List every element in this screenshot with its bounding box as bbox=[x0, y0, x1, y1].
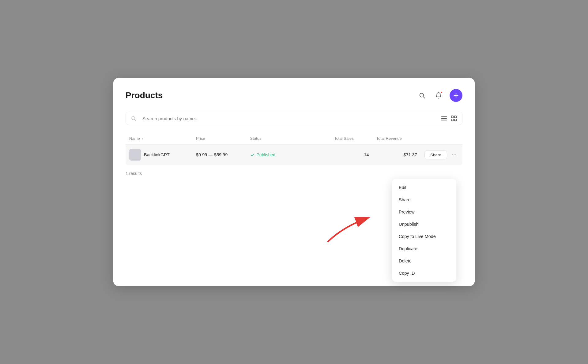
menu-item-copy-live[interactable]: Copy to Live Mode bbox=[392, 230, 456, 243]
menu-item-share[interactable]: Share bbox=[392, 194, 456, 206]
svg-point-15 bbox=[455, 154, 456, 155]
products-modal: Products bbox=[113, 78, 475, 286]
annotation-arrow bbox=[318, 208, 380, 246]
search-icon bbox=[131, 116, 136, 121]
table-row: BacklinkGPT $9.99 — $59.99 Published 14 … bbox=[126, 145, 462, 165]
menu-item-duplicate[interactable]: Duplicate bbox=[392, 243, 456, 255]
product-status-cell: Published bbox=[247, 145, 331, 165]
more-options-button[interactable] bbox=[450, 151, 459, 159]
svg-line-5 bbox=[135, 120, 136, 121]
sort-arrow: ↑ bbox=[142, 137, 144, 140]
svg-point-13 bbox=[452, 154, 453, 155]
menu-item-preview[interactable]: Preview bbox=[392, 206, 456, 218]
svg-rect-10 bbox=[454, 116, 456, 118]
menu-item-delete[interactable]: Delete bbox=[392, 255, 456, 267]
col-revenue: Total Revenue bbox=[373, 134, 421, 145]
col-sales: Total Sales bbox=[330, 134, 372, 145]
product-thumbnail bbox=[129, 149, 141, 161]
search-bar bbox=[126, 112, 462, 125]
context-menu: Edit Share Preview Unpublish Copy to Liv… bbox=[392, 179, 456, 282]
search-button[interactable] bbox=[417, 90, 428, 101]
col-status: Status bbox=[247, 134, 331, 145]
product-price: $9.99 — $59.99 bbox=[192, 145, 247, 165]
check-icon bbox=[250, 153, 255, 157]
ellipsis-icon bbox=[451, 152, 457, 158]
svg-rect-12 bbox=[454, 119, 456, 121]
menu-item-unpublish[interactable]: Unpublish bbox=[392, 218, 456, 230]
svg-point-14 bbox=[454, 154, 454, 155]
notification-button[interactable] bbox=[433, 90, 444, 101]
menu-item-copy-id[interactable]: Copy ID bbox=[392, 267, 456, 279]
col-name[interactable]: Name ↑ bbox=[126, 134, 192, 145]
page-header: Products bbox=[126, 89, 462, 102]
product-name-cell: BacklinkGPT bbox=[126, 145, 192, 165]
notification-badge bbox=[440, 91, 443, 94]
list-icon bbox=[441, 115, 447, 122]
col-actions bbox=[421, 134, 462, 145]
col-price: Price bbox=[192, 134, 247, 145]
add-product-button[interactable] bbox=[450, 89, 462, 102]
share-button[interactable]: Share bbox=[424, 150, 447, 159]
product-sales: 14 bbox=[330, 145, 372, 165]
product-actions-cell: Share bbox=[421, 145, 462, 165]
view-toggle bbox=[441, 115, 457, 122]
results-count: 1 results bbox=[126, 171, 462, 176]
page-title: Products bbox=[126, 91, 163, 100]
menu-item-edit[interactable]: Edit bbox=[392, 181, 456, 194]
grid-icon bbox=[450, 115, 457, 122]
products-table: Name ↑ Price Status Total Sales Total Re… bbox=[126, 134, 462, 165]
search-icon bbox=[419, 92, 425, 99]
svg-rect-11 bbox=[451, 119, 453, 121]
list-view-button[interactable] bbox=[441, 115, 447, 122]
plus-icon bbox=[453, 92, 459, 99]
product-name: BacklinkGPT bbox=[144, 152, 170, 157]
status-text: Published bbox=[257, 152, 276, 157]
header-actions bbox=[417, 89, 462, 102]
product-revenue: $71.37 bbox=[373, 145, 421, 165]
svg-rect-9 bbox=[451, 116, 453, 118]
grid-view-button[interactable] bbox=[450, 115, 457, 122]
svg-point-0 bbox=[420, 93, 424, 97]
search-input[interactable] bbox=[142, 116, 438, 121]
svg-line-1 bbox=[424, 97, 425, 98]
svg-point-4 bbox=[132, 117, 135, 120]
